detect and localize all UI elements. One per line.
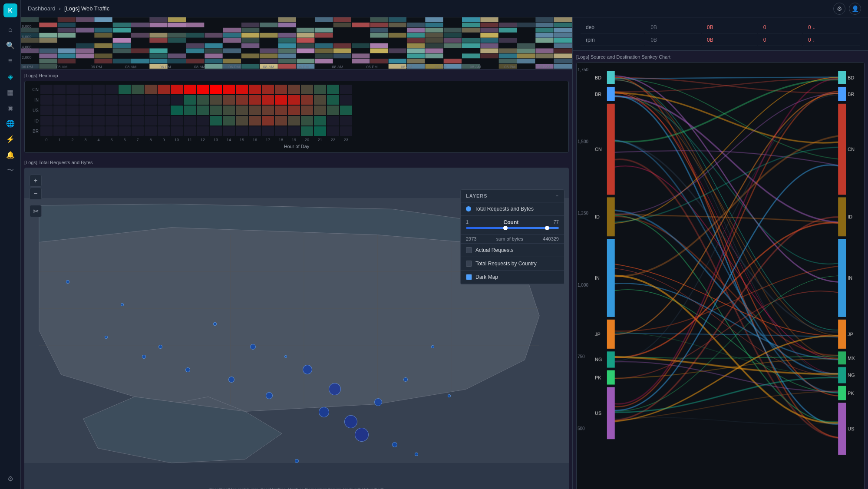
heatmap-cell bbox=[249, 126, 261, 136]
heatmap-cell bbox=[197, 126, 209, 136]
heatmap-cell bbox=[79, 95, 92, 105]
map-dot bbox=[392, 442, 397, 447]
map-attribution: OpenStreetMap contributors, OpenMapTiles… bbox=[209, 487, 384, 489]
layer-dark-map[interactable]: Dark Map bbox=[461, 271, 564, 284]
heatmap-cell bbox=[119, 116, 131, 126]
heatmap-cell bbox=[145, 95, 157, 105]
heatmap-cell bbox=[249, 116, 261, 126]
heatmap-cell bbox=[197, 95, 209, 105]
count-slider-thumb-left[interactable] bbox=[503, 226, 508, 230]
heatmap-row: ID bbox=[28, 116, 565, 126]
heatmap-cell bbox=[171, 126, 183, 136]
heatmap-cell bbox=[210, 106, 222, 115]
canvas-icon[interactable]: ◉ bbox=[3, 101, 17, 115]
heatmap-cell bbox=[92, 106, 105, 115]
heatmap-x-label: 9 bbox=[158, 138, 170, 142]
heatmap-cell bbox=[119, 126, 131, 136]
settings-icon[interactable]: ⚙ bbox=[3, 472, 17, 486]
heatmap-x-label: 16 bbox=[249, 138, 261, 142]
maps-icon[interactable]: 🌐 bbox=[3, 116, 17, 130]
heatmap-cell bbox=[53, 95, 66, 105]
heatmap-row-label: ID bbox=[28, 119, 39, 123]
timeline-canvas bbox=[21, 17, 572, 69]
bytes-row: 2973 sum of bytes 440329 bbox=[461, 235, 564, 244]
heatmap-cell bbox=[132, 116, 144, 126]
heatmap-x-label: 20 bbox=[301, 138, 313, 142]
requests-country-checkbox[interactable] bbox=[466, 261, 472, 267]
table-row: deb 0B 0B 0 0 ↓ bbox=[581, 22, 860, 33]
heatmap-cell bbox=[66, 126, 79, 136]
dark-map-checkbox[interactable] bbox=[466, 274, 472, 280]
user-avatar[interactable]: 👤 bbox=[849, 3, 861, 15]
layer-requests-by-country[interactable]: Total Requests by Country bbox=[461, 257, 564, 271]
timelion-icon[interactable]: 〜 bbox=[3, 163, 17, 177]
search-icon[interactable]: 🔍 bbox=[3, 38, 17, 52]
heatmap-cell bbox=[275, 126, 287, 136]
heatmap-cell bbox=[288, 106, 300, 115]
heatmap-cell bbox=[40, 95, 53, 105]
dashboard-icon[interactable]: ▦ bbox=[3, 85, 17, 99]
settings-button[interactable]: ⚙ bbox=[833, 3, 845, 15]
heatmap-x-label: 6 bbox=[119, 138, 131, 142]
heatmap-cell bbox=[210, 95, 222, 105]
map-dot bbox=[250, 344, 256, 350]
ml-icon[interactable]: ⚡ bbox=[3, 132, 17, 146]
heatmap-cell bbox=[249, 95, 261, 105]
bytes-max: 440329 bbox=[543, 236, 559, 241]
content-area: [Logs] Heatmap CNINUSIDBR 01234567891011… bbox=[21, 17, 868, 489]
metrics-table: deb 0B 0B 0 0 ↓ rpm 0B 0B 0 0 ↓ bbox=[580, 21, 861, 47]
table-cell-count2: 0 ↓ bbox=[803, 22, 860, 33]
visualize-icon[interactable]: ◈ bbox=[3, 69, 17, 83]
alerts-icon[interactable]: 🔔 bbox=[3, 148, 17, 162]
map-tool-button[interactable]: ✂ bbox=[30, 205, 42, 217]
heatmap-x-label: 14 bbox=[223, 138, 235, 142]
heatmap-cell bbox=[223, 116, 235, 126]
actual-requests-checkbox[interactable] bbox=[466, 247, 472, 253]
app-logo[interactable]: K bbox=[3, 3, 17, 17]
breadcrumb-dashboard[interactable]: Dashboard bbox=[28, 5, 56, 12]
heatmap-cell bbox=[236, 95, 248, 105]
home-icon[interactable]: ⌂ bbox=[3, 23, 17, 36]
count-slider-track[interactable] bbox=[466, 227, 559, 229]
breadcrumb-separator: › bbox=[59, 5, 61, 12]
heatmap-cell bbox=[132, 85, 144, 94]
map-dot bbox=[415, 453, 418, 456]
heatmap-cell bbox=[40, 116, 53, 126]
heatmap-cell bbox=[53, 85, 66, 94]
zoom-in-button[interactable]: + bbox=[30, 175, 42, 187]
heatmap-cell bbox=[301, 85, 313, 94]
map-title: [Logs] Total Requests and Bytes bbox=[24, 160, 569, 165]
heatmap-cell bbox=[301, 95, 313, 105]
discover-icon[interactable]: ≡ bbox=[3, 54, 17, 68]
heatmap-cell bbox=[158, 126, 170, 136]
heatmap-cell bbox=[92, 126, 105, 136]
heatmap-x-label: 22 bbox=[327, 138, 339, 142]
layers-menu-icon[interactable]: ≡ bbox=[556, 193, 559, 198]
heatmap-cell bbox=[262, 126, 274, 136]
heatmap-cell bbox=[79, 116, 92, 126]
heatmap-cell bbox=[275, 116, 287, 126]
map-dot bbox=[374, 398, 382, 406]
count-max: 77 bbox=[554, 219, 559, 225]
heatmap-title: [Logs] Heatmap bbox=[24, 73, 569, 78]
heatmap-cell bbox=[314, 85, 326, 94]
zoom-out-button[interactable]: − bbox=[30, 188, 42, 200]
breadcrumb-page: [Logs] Web Traffic bbox=[64, 5, 109, 12]
table-cell-bytes1: 0B bbox=[645, 22, 701, 33]
map-dot bbox=[213, 322, 217, 326]
heatmap-cell bbox=[262, 116, 274, 126]
heatmap-cell bbox=[106, 85, 118, 94]
map-dot bbox=[303, 365, 312, 374]
map-dot bbox=[403, 377, 408, 382]
heatmap-cell bbox=[210, 126, 222, 136]
layer-actual-requests[interactable]: Actual Requests bbox=[461, 244, 564, 257]
heatmap-cell bbox=[223, 126, 235, 136]
layer-item-requests[interactable]: Total Requests and Bytes bbox=[461, 202, 564, 216]
table-cell-count1: 0 bbox=[758, 34, 802, 46]
count-slider-thumb-right[interactable] bbox=[545, 226, 549, 230]
heatmap-cell bbox=[158, 116, 170, 126]
heatmap-cell bbox=[184, 95, 196, 105]
heatmap-cell bbox=[184, 116, 196, 126]
heatmap-cell bbox=[66, 95, 79, 105]
heatmap-cell bbox=[66, 106, 79, 115]
